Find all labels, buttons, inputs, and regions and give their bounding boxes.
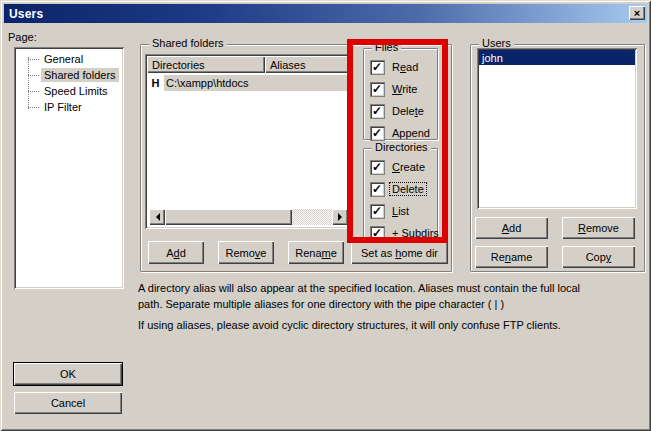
column-header-aliases[interactable]: Aliases: [265, 56, 350, 73]
button-label: OK: [60, 368, 76, 380]
files-group-label: Files: [372, 41, 401, 53]
button-label: Rename: [491, 251, 533, 263]
table-row[interactable]: H C:\xampp\htdocs: [147, 75, 350, 91]
checkbox-list[interactable]: List: [371, 204, 441, 218]
checkbox-read[interactable]: Read: [371, 60, 432, 74]
close-icon: ×: [634, 8, 640, 18]
checkbox-write[interactable]: Write: [371, 82, 432, 96]
add-user-button[interactable]: Add: [475, 217, 548, 239]
checkbox-label[interactable]: Append: [390, 127, 432, 139]
checkbox-append[interactable]: Append: [371, 126, 432, 140]
tree-branch-icon: [28, 59, 39, 60]
note-line: If using aliases, please avoid cyclic di…: [138, 317, 643, 333]
user-name: john: [482, 52, 503, 64]
remove-user-button[interactable]: Remove: [562, 217, 635, 239]
list-item-user[interactable]: john: [479, 50, 635, 65]
scroll-right-button[interactable]: [332, 209, 348, 225]
checkbox-icon[interactable]: [371, 205, 384, 218]
cancel-button[interactable]: Cancel: [14, 392, 122, 414]
arrow-left-icon: [152, 213, 160, 221]
checkbox-icon[interactable]: [371, 105, 384, 118]
scrollbar-thumb[interactable]: [165, 209, 292, 225]
users-list[interactable]: john: [477, 48, 637, 209]
scroll-left-button[interactable]: [149, 209, 165, 225]
checkbox-icon[interactable]: [371, 161, 384, 174]
window-title: Users: [9, 7, 43, 21]
tree-branch-icon: [28, 107, 39, 108]
arrow-right-icon: [338, 213, 346, 221]
page-list: General Shared folders Speed Limits IP F…: [14, 47, 124, 289]
table-header: Directories Aliases: [147, 56, 350, 73]
note-line: A directory alias will also appear at th…: [138, 280, 643, 296]
sidebar-item-label[interactable]: Shared folders: [41, 68, 119, 82]
scrollbar-track[interactable]: [292, 209, 332, 225]
set-as-home-dir-button[interactable]: Set as home dir: [351, 241, 448, 264]
checkbox-label[interactable]: Create: [390, 161, 427, 173]
tree-branch-icon: [28, 75, 39, 76]
checkbox-icon[interactable]: [371, 227, 384, 240]
rename-folder-button[interactable]: Rename: [288, 241, 344, 264]
title-bar[interactable]: Users: [4, 4, 647, 23]
checkbox-label[interactable]: List: [390, 205, 411, 217]
note-line: path. Separate multiple aliases for one …: [138, 296, 643, 312]
sidebar-item-general[interactable]: General: [14, 51, 124, 67]
button-label: Copy: [586, 251, 612, 263]
shared-folders-group-label: Shared folders: [149, 37, 227, 49]
copy-user-button[interactable]: Copy: [562, 246, 635, 268]
sidebar-item-label[interactable]: IP Filter: [41, 100, 85, 114]
checkbox-label[interactable]: Delete: [390, 183, 426, 195]
files-checkboxes: Read Write Delete Append: [371, 60, 432, 140]
checkbox-icon[interactable]: [371, 61, 384, 74]
button-label: Rename: [295, 247, 337, 259]
checkbox-label[interactable]: + Subdirs: [390, 227, 441, 239]
checkbox-icon[interactable]: [371, 183, 384, 196]
sidebar-item-shared-folders[interactable]: Shared folders: [14, 67, 124, 83]
button-label: Remove: [226, 247, 267, 259]
checkbox-icon[interactable]: [371, 127, 384, 140]
sidebar-item-speed-limits[interactable]: Speed Limits: [14, 83, 124, 99]
directories-table: Directories Aliases H C:\xampp\htdocs: [145, 54, 352, 229]
users-dialog: Users × Page: General Shared folders Spe…: [0, 0, 651, 431]
checkbox-label[interactable]: Read: [390, 61, 420, 73]
remove-folder-button[interactable]: Remove: [218, 241, 274, 264]
button-label: Set as home dir: [361, 247, 438, 259]
sidebar-item-label[interactable]: Speed Limits: [41, 84, 111, 98]
button-label: Remove: [578, 222, 619, 234]
close-button[interactable]: ×: [629, 6, 645, 20]
button-label: Cancel: [51, 397, 85, 409]
tree-branch-icon: [28, 91, 39, 92]
page-label: Page:: [8, 31, 37, 43]
checkbox-delete-files[interactable]: Delete: [371, 104, 432, 118]
checkbox-delete-dirs[interactable]: Delete: [371, 182, 441, 196]
horizontal-scrollbar[interactable]: [149, 209, 348, 225]
checkbox-subdirs[interactable]: + Subdirs: [371, 226, 441, 240]
add-folder-button[interactable]: Add: [148, 241, 204, 264]
checkbox-create[interactable]: Create: [371, 160, 441, 174]
rename-user-button[interactable]: Rename: [475, 246, 548, 268]
home-flag: H: [147, 77, 164, 89]
sidebar-item-label[interactable]: General: [41, 52, 86, 66]
button-label: Add: [502, 222, 522, 234]
button-label: Add: [166, 247, 186, 259]
checkbox-label[interactable]: Write: [390, 83, 419, 95]
checkbox-label[interactable]: Delete: [390, 105, 426, 117]
directory-cell[interactable]: C:\xampp\htdocs: [164, 75, 350, 91]
ok-button[interactable]: OK: [14, 363, 122, 385]
checkbox-icon[interactable]: [371, 83, 384, 96]
directories-checkboxes: Create Delete List + Subdirs: [371, 160, 441, 240]
sidebar-item-ip-filter[interactable]: IP Filter: [14, 99, 124, 115]
directories-group-label: Directories: [372, 141, 431, 153]
alias-notes: A directory alias will also appear at th…: [138, 280, 643, 333]
column-header-directories[interactable]: Directories: [147, 56, 265, 73]
